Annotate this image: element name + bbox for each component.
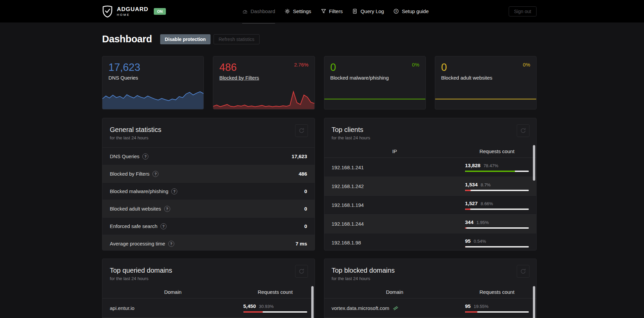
brand-sub: HOME	[117, 13, 148, 16]
column-header-domain[interactable]: Domain	[102, 289, 243, 295]
refresh-icon	[520, 268, 526, 275]
card-head: Top clients for the last 24 hours	[324, 118, 537, 141]
row-label: Blocked by Filters	[110, 171, 149, 177]
table-row: Blocked adult websites? 0	[102, 200, 315, 217]
refresh-card-button[interactable]	[517, 265, 530, 278]
requests-cell: 1,5348.7%	[465, 182, 529, 191]
gear-icon	[285, 8, 290, 14]
refresh-statistics-button[interactable]: Refresh statistics	[214, 34, 260, 44]
nav-label: Setup guide	[402, 8, 429, 14]
help-icon[interactable]: ?	[142, 153, 148, 160]
disable-protection-button[interactable]: Disable protection	[160, 34, 211, 44]
row-label: Average processing time	[110, 241, 165, 246]
request-count: 1,527	[465, 200, 478, 206]
request-percent: 78.47%	[484, 163, 498, 168]
progress-bar	[465, 171, 529, 172]
table-row: DNS Queries? 17,623	[102, 147, 315, 165]
top-blocked-domains-card: Top blocked domains for the last 24 hour…	[324, 259, 537, 318]
nav-item-dashboard[interactable]: Dashboard	[242, 0, 275, 22]
scrollbar-thumb[interactable]	[311, 286, 314, 318]
brand-name: ADGUARD	[117, 6, 148, 12]
brand-text: ADGUARD HOME	[117, 6, 148, 16]
request-percent: 8.66%	[481, 201, 493, 206]
request-percent: 1.95%	[476, 220, 489, 225]
blocked-adult-sparkline	[435, 90, 536, 109]
request-count: 1,534	[465, 182, 478, 187]
row-value: 0	[304, 223, 307, 229]
column-header-requests[interactable]: Requests count	[243, 289, 307, 295]
refresh-card-button[interactable]	[517, 124, 530, 137]
title-row: Dashboard Disable protection Refresh sta…	[102, 34, 537, 45]
refresh-card-button[interactable]	[295, 124, 308, 137]
page-title: Dashboard	[102, 34, 152, 45]
progress-bar	[465, 209, 529, 210]
progress-bar	[465, 190, 529, 191]
nav-item-setup-guide[interactable]: ? Setup guide	[394, 0, 429, 22]
progress-bar-fill	[465, 190, 471, 191]
table-row: 192.168.1.241 13,82878.47%	[324, 158, 537, 177]
help-icon[interactable]: ?	[168, 241, 174, 247]
refresh-icon	[298, 268, 305, 275]
blocked-by-filters-card: 486 Blocked by Filters 2.76%	[213, 56, 315, 109]
requests-cell: 3441.95%	[465, 219, 529, 229]
card-head: Top blocked domains for the last 24 hour…	[324, 259, 537, 282]
card-subtitle: for the last 24 hours	[332, 135, 529, 141]
svg-text:?: ?	[396, 10, 397, 13]
row-label: DNS Queries	[110, 153, 139, 159]
column-header-requests[interactable]: Requests count	[465, 148, 529, 154]
card-title: General statistics	[110, 126, 307, 134]
general-statistics-card: General statistics for the last 24 hours…	[102, 118, 315, 251]
request-count: 95	[465, 238, 471, 244]
nav-label: Settings	[293, 8, 311, 14]
table-row: Blocked by Filters? 486	[102, 165, 315, 182]
column-header-ip[interactable]: IP	[324, 148, 465, 154]
progress-bar-fill	[465, 227, 466, 229]
nav-item-filters[interactable]: Filters	[321, 0, 343, 22]
top-blocked-table: vortex.data.microsoft.com 9519.55%	[324, 299, 537, 318]
blocked-malware-sparkline	[324, 90, 425, 109]
nav-item-settings[interactable]: Settings	[285, 0, 311, 22]
blocked-filters-link[interactable]: Blocked by Filters	[219, 75, 314, 81]
help-circle-icon: ?	[394, 8, 399, 14]
blocked-malware-card: 0 Blocked malware/phishing 0%	[324, 56, 426, 109]
card-head: Top queried domains for the last 24 hour…	[102, 259, 315, 282]
row-value: 7 ms	[295, 241, 307, 246]
row-value: 486	[298, 171, 307, 177]
request-percent: 19.55%	[474, 304, 489, 309]
requests-cell: 9519.55%	[465, 303, 529, 313]
blocked-adult-percent: 0%	[523, 62, 530, 67]
blocked-filters-percent: 2.76%	[294, 62, 309, 67]
help-icon[interactable]: ?	[160, 223, 167, 229]
card-title: Top clients	[332, 126, 529, 134]
tracker-check-icon[interactable]	[393, 306, 398, 311]
sign-out-button[interactable]: Sign out	[509, 6, 537, 16]
domain-cell: vortex.data.microsoft.com	[332, 305, 465, 311]
refresh-icon	[298, 127, 305, 134]
requests-cell: 13,82878.47%	[465, 163, 529, 172]
table-row: Average processing time? 7 ms	[102, 235, 315, 251]
brand[interactable]: ADGUARD HOME ON	[102, 5, 166, 17]
column-header-requests[interactable]: Requests count	[465, 289, 529, 295]
refresh-card-button[interactable]	[295, 265, 308, 278]
card-head: General statistics for the last 24 hours	[102, 118, 315, 141]
progress-bar	[243, 311, 307, 313]
blocked-adult-card: 0 Blocked adult websites 0%	[435, 56, 537, 109]
client-ip: 192.168.1.194	[332, 202, 465, 208]
nav-label: Query Log	[361, 8, 384, 14]
help-icon[interactable]: ?	[171, 188, 177, 194]
table-row: Enforced safe search? 0	[102, 217, 315, 235]
table-row: 192.168.1.244 3441.95%	[324, 214, 537, 233]
row-label: Blocked adult websites	[110, 206, 161, 212]
general-statistics-table: DNS Queries? 17,623 Blocked by Filters? …	[102, 147, 315, 251]
help-icon[interactable]: ?	[164, 206, 170, 212]
nav-item-query-log[interactable]: Query Log	[352, 0, 384, 22]
scrollbar-thumb[interactable]	[533, 286, 535, 318]
requests-cell: 5,45030.93%	[243, 303, 307, 313]
scrollbar-thumb[interactable]	[533, 145, 535, 181]
column-header-domain[interactable]: Domain	[324, 289, 465, 295]
help-icon[interactable]: ?	[152, 171, 158, 177]
protection-status-badge: ON	[154, 8, 166, 15]
row-label-wrap: Blocked by Filters?	[110, 171, 158, 177]
row-label: Enforced safe search	[110, 223, 157, 229]
main-nav: Dashboard Settings Filters	[242, 0, 429, 22]
